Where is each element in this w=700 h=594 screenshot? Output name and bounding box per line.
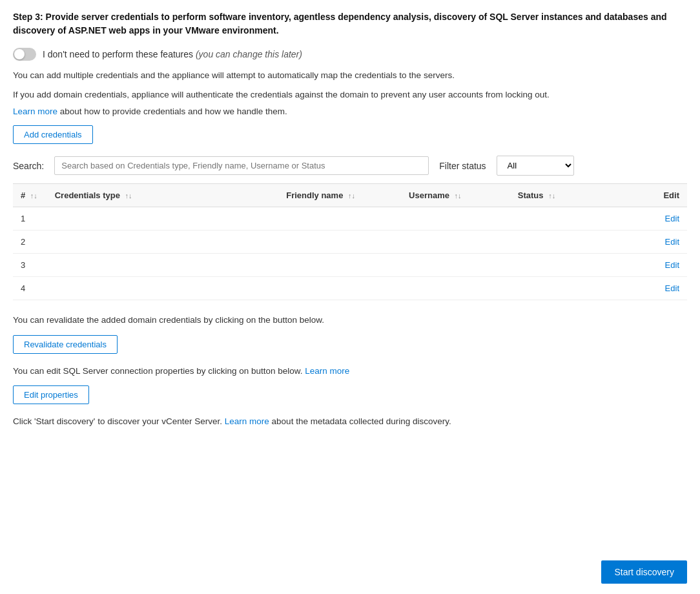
revalidate-section-text: You can revalidate the added domain cred…: [13, 313, 687, 327]
row-status: [510, 277, 646, 300]
row-num: 4: [13, 277, 47, 300]
row-status: [510, 254, 646, 277]
col-header-username[interactable]: Username ↑↓: [401, 184, 510, 207]
row-cred-type: [47, 230, 279, 254]
learn-more-row: Learn more about how to provide credenti…: [13, 107, 687, 116]
toggle-label: I don't need to perform these features (…: [43, 49, 302, 59]
table-row: 4 Edit: [13, 277, 687, 300]
row-friendly-name: [278, 230, 401, 254]
search-label: Search:: [13, 161, 44, 171]
col-header-num: # ↑↓: [13, 184, 47, 207]
learn-more-link-1[interactable]: Learn more: [13, 107, 57, 116]
col-header-edit: Edit: [646, 184, 687, 207]
row-username: [401, 230, 510, 254]
row-status: [510, 207, 646, 230]
row-num: 1: [13, 207, 47, 230]
row-friendly-name: [278, 254, 401, 277]
add-credentials-button[interactable]: Add credentials: [13, 125, 93, 144]
edit-properties-learn-more-link[interactable]: Learn more: [305, 366, 349, 376]
table-row: 3 Edit: [13, 254, 687, 277]
row-edit-link[interactable]: Edit: [646, 254, 687, 277]
row-cred-type: [47, 277, 279, 300]
row-edit-link[interactable]: Edit: [646, 230, 687, 254]
row-edit-link[interactable]: Edit: [646, 207, 687, 230]
edit-properties-button[interactable]: Edit properties: [13, 385, 89, 404]
step-title: Step 3: Provide server credentials to pe…: [13, 10, 687, 37]
click-start-learn-more-link[interactable]: Learn more: [225, 416, 269, 426]
row-num: 2: [13, 230, 47, 254]
row-cred-type: [47, 207, 279, 230]
col-header-cred-type[interactable]: Credentials type ↑↓: [47, 184, 279, 207]
row-username: [401, 277, 510, 300]
info-text-2: If you add domain credentials, appliance…: [13, 88, 687, 102]
revalidate-credentials-button[interactable]: Revalidate credentials: [13, 335, 118, 354]
toggle-switch[interactable]: [13, 48, 36, 61]
row-username: [401, 254, 510, 277]
edit-properties-section-text: You can edit SQL Server connection prope…: [13, 364, 687, 378]
filter-status-label: Filter status: [439, 161, 486, 171]
row-friendly-name: [278, 277, 401, 300]
filter-status-select[interactable]: All Valid Invalid Pending: [497, 156, 574, 176]
row-username: [401, 207, 510, 230]
row-edit-link[interactable]: Edit: [646, 277, 687, 300]
info-text-1: You can add multiple credentials and the…: [13, 68, 687, 83]
row-status: [510, 230, 646, 254]
start-discovery-button[interactable]: Start discovery: [601, 560, 687, 584]
table-row: 1 Edit: [13, 207, 687, 230]
row-friendly-name: [278, 207, 401, 230]
click-start-text: Click 'Start discovery' to discover your…: [13, 415, 687, 429]
row-num: 3: [13, 254, 47, 277]
table-row: 2 Edit: [13, 230, 687, 254]
col-header-status[interactable]: Status ↑↓: [510, 184, 646, 207]
credentials-table: # ↑↓ Credentials type ↑↓ Friendly name ↑…: [13, 183, 687, 300]
row-cred-type: [47, 254, 279, 277]
search-input[interactable]: [54, 156, 429, 175]
col-header-friendly-name[interactable]: Friendly name ↑↓: [278, 184, 401, 207]
